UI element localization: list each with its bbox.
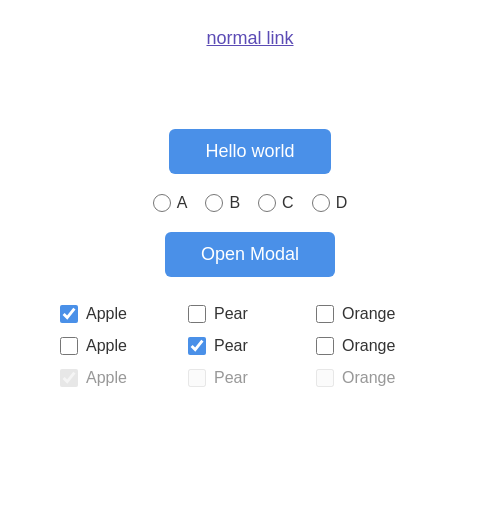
checkbox-row1-apple[interactable]: Apple [60, 305, 160, 323]
radio-item-b[interactable]: B [205, 194, 240, 212]
checkbox-r1-pear-input[interactable] [188, 305, 206, 323]
checkbox-r1-orange-input[interactable] [316, 305, 334, 323]
checkbox-r2-apple-label: Apple [86, 337, 127, 355]
checkbox-row2-orange[interactable]: Orange [316, 337, 416, 355]
radio-c-label: C [282, 194, 294, 212]
open-modal-button[interactable]: Open Modal [165, 232, 335, 277]
checkbox-r3-orange-label: Orange [342, 369, 395, 387]
radio-b-label: B [229, 194, 240, 212]
checkbox-rows: Apple Pear Orange Apple Pear [0, 299, 500, 393]
radio-item-a[interactable]: A [153, 194, 188, 212]
checkbox-r3-apple-label: Apple [86, 369, 127, 387]
checkbox-r2-orange-label: Orange [342, 337, 395, 355]
checkbox-r1-orange-label: Orange [342, 305, 395, 323]
radio-item-c[interactable]: C [258, 194, 294, 212]
checkbox-row3-pear: Pear [188, 369, 288, 387]
checkbox-r3-pear-input [188, 369, 206, 387]
checkbox-row1-orange[interactable]: Orange [316, 305, 416, 323]
radio-item-d[interactable]: D [312, 194, 348, 212]
checkbox-r3-apple-input [60, 369, 78, 387]
checkbox-r3-orange-input [316, 369, 334, 387]
radio-c-input[interactable] [258, 194, 276, 212]
checkbox-r2-pear-input[interactable] [188, 337, 206, 355]
checkbox-row2-pear[interactable]: Pear [188, 337, 288, 355]
checkbox-r1-apple-input[interactable] [60, 305, 78, 323]
checkbox-row1-pear[interactable]: Pear [188, 305, 288, 323]
normal-link[interactable]: normal link [206, 28, 293, 49]
radio-d-input[interactable] [312, 194, 330, 212]
checkbox-row-1: Apple Pear Orange [60, 299, 500, 329]
radio-group: A B C D [153, 194, 347, 212]
checkbox-r3-pear-label: Pear [214, 369, 248, 387]
checkbox-r1-pear-label: Pear [214, 305, 248, 323]
radio-d-label: D [336, 194, 348, 212]
checkbox-row3-apple: Apple [60, 369, 160, 387]
checkbox-r2-pear-label: Pear [214, 337, 248, 355]
checkbox-row-2: Apple Pear Orange [60, 331, 500, 361]
checkbox-row2-apple[interactable]: Apple [60, 337, 160, 355]
hello-world-button[interactable]: Hello world [169, 129, 330, 174]
page-container: normal link Hello world A B C D Open Mod… [0, 0, 500, 513]
checkbox-r1-apple-label: Apple [86, 305, 127, 323]
radio-a-label: A [177, 194, 188, 212]
checkbox-row3-orange: Orange [316, 369, 416, 387]
radio-b-input[interactable] [205, 194, 223, 212]
radio-a-input[interactable] [153, 194, 171, 212]
checkbox-r2-orange-input[interactable] [316, 337, 334, 355]
checkbox-r2-apple-input[interactable] [60, 337, 78, 355]
checkbox-row-3: Apple Pear Orange [60, 363, 500, 393]
